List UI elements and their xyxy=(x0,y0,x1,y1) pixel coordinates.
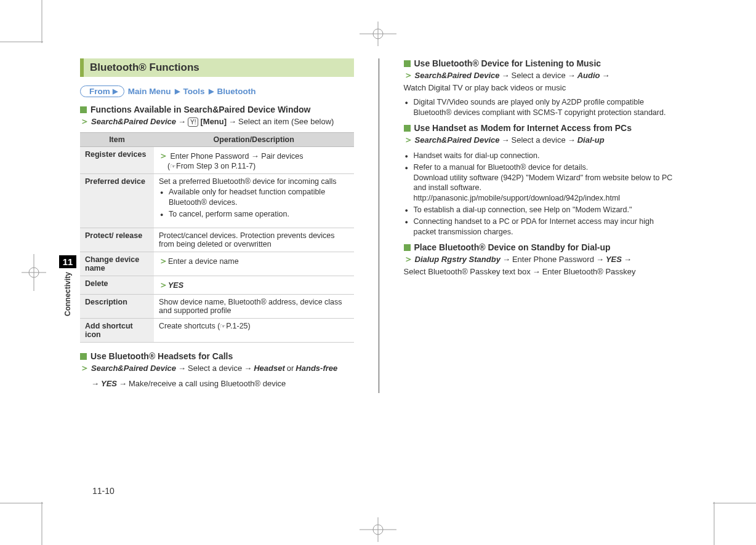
path-search-paired-menu: ＞ Search&Paired Device → Y! [Menu] → Sel… xyxy=(80,116,354,127)
crumb-bluetooth: Bluetooth xyxy=(217,87,256,96)
table-row: Delete ＞YES xyxy=(80,276,354,294)
bullet-line: Download utility software (942P) "Modem … xyxy=(414,173,673,193)
cell-text: P.1-25 xyxy=(226,322,247,330)
path-part: Select Bluetooth® Passkey text box xyxy=(404,267,531,276)
arrow-icon: → xyxy=(568,135,576,145)
svg-point-8 xyxy=(373,525,383,535)
path-headset-cont: → YES → Make/receive a call using Blueto… xyxy=(91,379,354,388)
page-number: 11-10 xyxy=(92,486,115,496)
arrow-icon: → xyxy=(244,364,252,373)
from-label: From xyxy=(89,87,110,96)
table-row: Protect/ release Protect/cancel devices.… xyxy=(80,228,354,252)
crumb-main-menu: Main Menu xyxy=(128,87,171,96)
chevron-icon: ＞ xyxy=(159,279,168,290)
cell-text: Create shortcuts ( xyxy=(159,322,220,330)
path-part: Headset xyxy=(254,364,285,373)
square-bullet-icon xyxy=(80,353,87,360)
table-row: Register devices ＞ Enter Phone Password … xyxy=(80,147,354,174)
heading-text: Use Bluetooth® Device for Listening to M… xyxy=(414,58,601,68)
chevron-icon: ＞ xyxy=(404,70,413,81)
heading-text: Use Handset as Modem for Internet Access… xyxy=(414,123,632,133)
heading-standby-dialup: Place Bluetooth® Device on Standby for D… xyxy=(404,242,678,252)
arrow-icon: → xyxy=(91,379,99,388)
chevron-icon: ＞ xyxy=(159,255,168,266)
path-audio: ＞ Search&Paired Device → Select a device… xyxy=(404,70,678,92)
th-item: Item xyxy=(80,133,154,147)
arrow-icon: → xyxy=(228,117,236,126)
note-bullet: To establish a dial-up connection, see H… xyxy=(405,205,678,215)
triangle-icon: ▶ xyxy=(175,87,180,95)
cell-bullet: Available only for headset function comp… xyxy=(160,187,349,208)
chevron-icon: ＞ xyxy=(404,134,413,146)
cell-text: Enter Phone Password xyxy=(170,152,249,161)
key-icon: Y! xyxy=(188,117,198,127)
cell-text: ) xyxy=(248,322,251,330)
chevron-icon: ＞ xyxy=(404,253,413,265)
heading-text: Functions Available in Search&Paired Dev… xyxy=(90,105,311,114)
cell-bullet: To cancel, perform same operation. xyxy=(160,209,349,220)
section-title: Bluetooth® Functions xyxy=(80,58,354,77)
breadcrumb: From ▶ Main Menu ▶ Tools ▶ Bluetooth xyxy=(80,86,354,97)
th-desc: Operation/Description xyxy=(154,133,354,147)
note-bullet: Refer to a manual for Bluetooth® device … xyxy=(405,162,678,204)
arrow-icon: → xyxy=(502,135,510,145)
arrow-icon: → xyxy=(602,71,610,80)
arrow-icon: → xyxy=(251,151,259,161)
arrow-icon: → xyxy=(119,379,127,388)
arrow-icon: → xyxy=(178,364,186,373)
column-divider xyxy=(379,58,379,393)
path-part: Audio xyxy=(577,71,600,80)
path-part: YES xyxy=(606,255,622,264)
chapter-label: Connectivity xyxy=(63,272,72,316)
square-bullet-icon xyxy=(404,244,411,251)
side-tab: 11 Connectivity xyxy=(59,255,76,320)
operations-table: Item Operation/Description Register devi… xyxy=(80,132,354,343)
chapter-number: 11 xyxy=(59,255,76,268)
path-part: Hands-free xyxy=(296,364,337,373)
note-bullet: Digital TV/Video sounds are played only … xyxy=(405,97,678,118)
svg-point-5 xyxy=(29,268,39,277)
path-dialup: ＞ Search&Paired Device → Select a device… xyxy=(404,134,678,146)
cell-text: Pair devices xyxy=(261,152,303,161)
path-part: Select an item (See below) xyxy=(238,117,334,126)
path-part: [Menu] xyxy=(200,117,227,126)
svg-point-2 xyxy=(373,29,383,39)
table-row: Change device name ＞Enter a device name xyxy=(80,252,354,276)
table-row: Preferred device Set a preferred Bluetoo… xyxy=(80,174,354,228)
path-part: Search&Paired Device xyxy=(91,117,176,126)
crumb-tools: Tools xyxy=(183,87,205,96)
note-bullet: Handset waits for dial-up connection. xyxy=(405,151,678,161)
heading-text: Use Bluetooth® Headsets for Calls xyxy=(90,351,233,361)
cell-text: Set a preferred Bluetooth® device for in… xyxy=(159,177,337,186)
arrow-icon: → xyxy=(502,71,510,80)
path-standby: ＞ Dialup Rgstry Standby → Enter Phone Pa… xyxy=(404,253,678,276)
path-part: Select a device xyxy=(512,135,566,145)
square-bullet-icon xyxy=(404,125,411,132)
path-part: Search&Paired Device xyxy=(415,71,500,80)
path-part: Search&Paired Device xyxy=(415,135,500,145)
cell-text: Show device name, Bluetooth® address, de… xyxy=(154,294,354,318)
bullet-line: http://panasonic.jp/mobile/support/downl… xyxy=(414,194,621,202)
path-part: Dialup Rgstry Standby xyxy=(415,255,501,264)
cell-text: Protect/cancel devices. Protection preve… xyxy=(154,228,354,252)
path-part: YES xyxy=(101,379,117,388)
table-row: Description Show device name, Bluetooth®… xyxy=(80,294,354,318)
pointer-icon: ☞ xyxy=(220,322,226,330)
arrow-icon: → xyxy=(178,117,186,126)
triangle-icon: ▶ xyxy=(209,87,214,95)
path-part: Dial-up xyxy=(577,135,605,145)
chevron-icon: ＞ xyxy=(80,362,89,374)
path-part: Make/receive a call using Bluetooth® dev… xyxy=(129,379,286,388)
from-badge: From ▶ xyxy=(80,86,124,97)
path-part: or xyxy=(287,364,294,373)
path-part: Enter Bluetooth® Passkey xyxy=(542,267,636,276)
heading-modem: Use Handset as Modem for Internet Access… xyxy=(404,123,678,133)
heading-functions-available: Functions Available in Search&Paired Dev… xyxy=(80,105,354,114)
chevron-icon: ＞ xyxy=(80,116,89,127)
heading-listening-to-music: Use Bluetooth® Device for Listening to M… xyxy=(404,58,678,68)
arrow-icon: → xyxy=(596,255,604,264)
note-bullet: Connecting handset to a PC or PDA for In… xyxy=(405,217,678,237)
arrow-icon: → xyxy=(502,255,510,264)
path-part: Enter Phone Password xyxy=(512,255,594,264)
cell-text: Enter a device name xyxy=(168,257,239,266)
